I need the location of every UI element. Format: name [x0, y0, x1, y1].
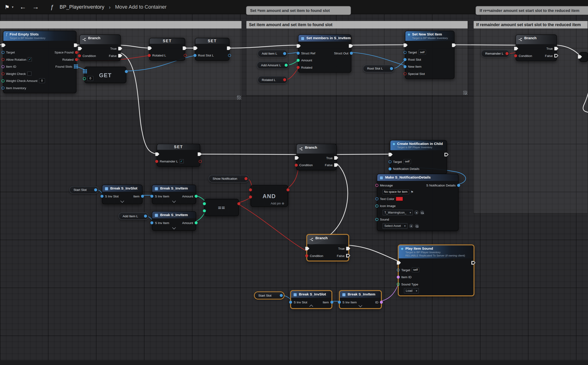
- int-pin[interactable]: [83, 77, 86, 80]
- s-notification-details-pin[interactable]: [457, 184, 460, 187]
- target-pin[interactable]: [1, 51, 4, 54]
- node-set-root-slot-l[interactable]: SETRoot Slot L: [195, 38, 230, 61]
- node-header[interactable]: Break S_InvItem: [340, 291, 381, 298]
- bookmark-icon[interactable]: ⚑: [4, 0, 10, 14]
- struct-ref-pin[interactable]: [297, 52, 300, 55]
- exec-pin[interactable]: [471, 261, 476, 265]
- node-header[interactable]: Set members in S_InvItem: [298, 35, 351, 42]
- weight-check-pin[interactable]: [1, 72, 4, 75]
- node-header[interactable]: Break S_InvSlot: [102, 185, 142, 192]
- output-pin[interactable]: [285, 64, 288, 67]
- sound-type-pin[interactable]: [397, 283, 400, 286]
- exec-pin[interactable]: [227, 46, 231, 50]
- breadcrumb-function[interactable]: Move Add to Container: [115, 4, 167, 10]
- node-set-new-slot-item[interactable]: ◆Set New Slot ItemTarget is BP Master In…: [405, 31, 455, 79]
- output-pin[interactable]: [505, 52, 508, 55]
- node-header[interactable]: Branch: [297, 144, 336, 154]
- int-pin[interactable]: [203, 209, 206, 212]
- output-pin[interactable]: [280, 294, 283, 297]
- bool-pin[interactable]: [184, 54, 187, 57]
- bool-pin[interactable]: [287, 188, 290, 191]
- number-input[interactable]: 0: [39, 78, 45, 83]
- number-input[interactable]: 0: [87, 76, 94, 81]
- target-pin[interactable]: [397, 268, 400, 271]
- node-header[interactable]: SET: [195, 38, 229, 44]
- node-header[interactable]: SET: [150, 38, 185, 44]
- condition-pin[interactable]: [305, 254, 308, 257]
- exec-pin[interactable]: [404, 43, 408, 47]
- color-swatch[interactable]: [396, 197, 403, 201]
- target-pin[interactable]: [388, 160, 392, 163]
- forward-arrow-icon[interactable]: →: [32, 3, 39, 11]
- output-pin[interactable]: [390, 67, 393, 70]
- checkbox[interactable]: [27, 71, 32, 76]
- exec-pin[interactable]: [578, 55, 582, 59]
- node-break-invitem-selected[interactable]: Break S_InvItemS Inv ItemID: [339, 291, 381, 309]
- output-pin[interactable]: [283, 52, 286, 55]
- bool-pin[interactable]: [199, 160, 202, 163]
- node-header[interactable]: Branch: [516, 35, 556, 44]
- node-set-remainder-l[interactable]: SETRemainder L✓: [157, 144, 200, 167]
- exec-pin[interactable]: [148, 46, 152, 50]
- sound-pin[interactable]: [375, 218, 378, 221]
- node-header[interactable]: Branch: [307, 235, 348, 244]
- output-pin[interactable]: [244, 177, 247, 180]
- int-pin[interactable]: [203, 202, 206, 205]
- node-break-invslot[interactable]: Break S_InvSlotS Inv SlotItem: [102, 185, 142, 204]
- root-slot-pin[interactable]: [404, 58, 407, 61]
- exec-pin[interactable]: [452, 43, 456, 47]
- bool-pin[interactable]: [249, 195, 252, 198]
- exec-pin[interactable]: [297, 44, 301, 48]
- node-header[interactable]: ƒFind Empty SlotsTarget is BP Master Inv…: [3, 31, 76, 41]
- comment-bubble-set-item[interactable]: Set item amount and set item to found sl…: [246, 6, 351, 15]
- node-set-rotated-l[interactable]: SETRotated L: [149, 38, 185, 61]
- node-equals[interactable]: ==: [204, 199, 239, 216]
- dropdown[interactable]: Load▾: [404, 288, 419, 294]
- arr-pin[interactable]: [83, 69, 87, 74]
- var-get-remainder-l[interactable]: Remainder L: [481, 50, 510, 57]
- obj-pin[interactable]: [228, 54, 231, 57]
- node-break-invitem[interactable]: Break S_InvItemS Inv ItemAmount: [152, 185, 196, 204]
- node-header[interactable]: Break S_InvItem: [152, 185, 196, 192]
- remainder-l-pin[interactable]: [155, 160, 158, 163]
- node-break-invitem-2[interactable]: Break S_InvItemS Inv ItemAmount: [152, 211, 196, 231]
- checkbox[interactable]: ✓: [28, 57, 32, 62]
- exec-pin[interactable]: [397, 261, 401, 265]
- exec-pin[interactable]: [1, 43, 6, 47]
- condition-pin[interactable]: [295, 163, 298, 166]
- rotated-pin[interactable]: [297, 66, 300, 69]
- special-slot-pin[interactable]: [404, 72, 407, 75]
- node-header[interactable]: ◆Set New Slot ItemTarget is BP Master In…: [406, 31, 454, 41]
- output-pin[interactable]: [144, 214, 147, 218]
- dropdown[interactable]: T_WarningIcon_▾: [383, 210, 413, 215]
- false-pin[interactable]: [118, 54, 122, 57]
- node-partial-right[interactable]: [579, 52, 588, 62]
- true-pin[interactable]: [334, 156, 338, 160]
- notification-details-pin[interactable]: [388, 167, 392, 170]
- false-pin[interactable]: [346, 254, 350, 257]
- allow-rotation-pin[interactable]: [1, 58, 4, 61]
- amount-pin[interactable]: [297, 59, 300, 62]
- text-input[interactable]: self: [403, 159, 411, 164]
- output-pin[interactable]: [283, 78, 286, 81]
- var-get-rotated-l[interactable]: Rotated L: [258, 76, 287, 84]
- bool-pin[interactable]: [237, 202, 240, 205]
- exec-pin[interactable]: [295, 156, 299, 160]
- node-header[interactable]: ◆Play Item SoundTarget is BP Player Inve…: [399, 245, 474, 258]
- icon-image-pin[interactable]: [375, 204, 378, 207]
- text-color-pin[interactable]: [375, 197, 378, 200]
- amount-pin[interactable]: [195, 195, 198, 198]
- true-pin[interactable]: [118, 47, 122, 50]
- message-pin[interactable]: [375, 184, 378, 187]
- node-branch-selected[interactable]: BranchTrueConditionFalse: [307, 234, 349, 261]
- bool-pin[interactable]: [249, 188, 252, 191]
- node-branch-a[interactable]: BranchTrueConditionFalse: [80, 35, 121, 61]
- exec-pin[interactable]: [388, 153, 393, 156]
- node-branch-b[interactable]: BranchTrueConditionFalse: [296, 144, 337, 170]
- text-input[interactable]: No space for item: [383, 190, 409, 194]
- true-pin[interactable]: [346, 247, 350, 250]
- item-id-pin[interactable]: [397, 275, 400, 278]
- node-header[interactable]: Make S_NotificationDetails: [377, 174, 458, 181]
- var-get-start-slot-2[interactable]: Start Slot: [254, 292, 284, 299]
- node-get-array-element[interactable]: GET0: [84, 67, 126, 83]
